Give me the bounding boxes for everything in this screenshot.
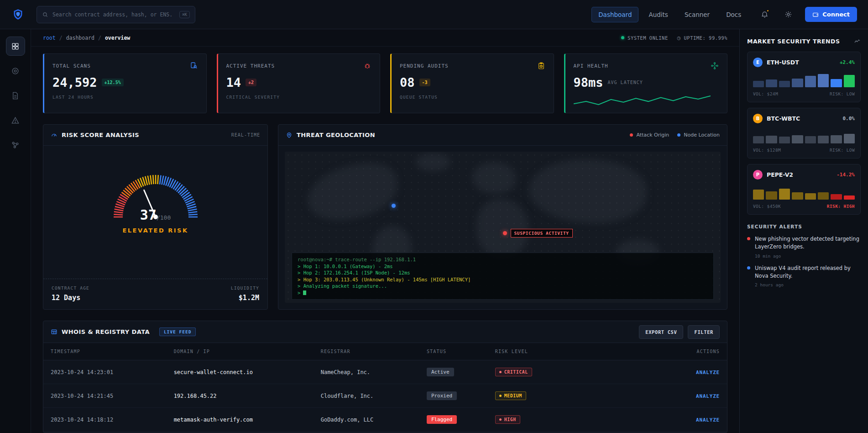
- market-trends-sidebar: MARKET SECURITY TRENDS E ETH-USDT +2.4% …: [739, 29, 868, 433]
- connect-button[interactable]: Connect: [805, 7, 857, 22]
- pair-volume: VOL: $24M: [753, 91, 778, 96]
- analyze-link[interactable]: ANALYZE: [696, 370, 720, 375]
- node-marker-dot: [392, 204, 396, 208]
- scan-document-icon: [190, 62, 198, 70]
- node-location-marker[interactable]: [392, 204, 396, 208]
- gauge-icon: [51, 132, 58, 138]
- pair-change: +2.4%: [840, 59, 855, 65]
- terminal-line: > Hop 2: 172.16.254.1 (ISP Node) - 12ms: [298, 269, 708, 276]
- nav-tab-scanner[interactable]: Scanner: [678, 7, 716, 22]
- stat-card-active-threats: ACTIVE THREATS 14 +2 CRITICAL SEVERITY: [217, 53, 381, 113]
- stat-value: 14: [226, 75, 241, 90]
- map-legend: Attack Origin Node Location: [630, 132, 720, 138]
- attack-origin-marker[interactable]: SUSPICIOUS ACTIVITY: [503, 229, 573, 238]
- eth-coin-icon: E: [753, 58, 763, 67]
- alert-text: Uniswap V4 audit report released by Nova…: [755, 264, 861, 280]
- risk-dot: [499, 418, 502, 421]
- analyze-link[interactable]: ANALYZE: [696, 393, 720, 399]
- rail-dashboard-button[interactable]: [6, 37, 25, 56]
- risk-dot: [499, 395, 502, 397]
- top-navbar: ⌘K Dashboard Audits Scanner Docs Connect: [0, 0, 868, 29]
- attack-marker-dot: [503, 231, 507, 235]
- pair-bar-chart: [753, 73, 855, 87]
- rail-integrations-button[interactable]: [6, 135, 25, 154]
- timestamp-cell: 2023-10-24 14:18:12: [43, 408, 167, 432]
- alert-severity-dot: [747, 237, 750, 240]
- whois-registry-panel: WHOIS & REGISTRY DATA LIVE FEED EXPORT C…: [43, 321, 727, 433]
- nodes-icon: [11, 141, 20, 149]
- gauge-readout: 37/100: [140, 207, 171, 223]
- bug-icon: [363, 62, 371, 70]
- sidebar-title: MARKET SECURITY TRENDS: [747, 38, 840, 45]
- panel-title: WHOIS & REGISTRY DATA: [62, 328, 150, 335]
- trend-chart-icon: [854, 38, 861, 45]
- stat-unit-label: AVG LATENCY: [608, 80, 643, 85]
- market-pair-card-eth-usdt[interactable]: E ETH-USDT +2.4% VOL: $24M RISK: LOW: [747, 52, 861, 102]
- pair-change: 0.0%: [843, 116, 855, 121]
- nav-tab-dashboard[interactable]: Dashboard: [591, 7, 638, 22]
- pair-name: PEPE-V2: [767, 171, 832, 178]
- system-status: SYSTEM ONLINE: [621, 35, 668, 41]
- risk-score-panel: RISK SCORE ANALYSIS REAL-TIME 37/100 ELE…: [43, 124, 268, 310]
- rail-alerts-button[interactable]: [6, 111, 25, 130]
- live-feed-badge: LIVE FEED: [159, 327, 196, 336]
- panel-title: THREAT GEOLOCATION: [297, 132, 375, 138]
- breadcrumb-root[interactable]: root: [43, 35, 56, 41]
- breadcrumb-bar: root / dashboard / overview SYSTEM ONLIN…: [31, 29, 739, 47]
- pepe-coin-icon: P: [753, 170, 763, 180]
- search-icon: [42, 11, 48, 18]
- market-pair-card-btc-wbtc[interactable]: B BTC-WBTC 0.0% VOL: $128M RISK: LOW: [747, 108, 861, 158]
- stat-label: API HEALTH: [574, 63, 608, 69]
- pair-risk: RISK: LOW: [830, 91, 855, 96]
- stat-card-total-scans: TOTAL SCANS 24,592 +12.5% LAST 24 HOURS: [43, 53, 207, 113]
- stat-subtext: LAST 24 HOURS: [52, 95, 198, 100]
- market-pair-card-pepe-v2[interactable]: P PEPE-V2 -14.2% VOL: $450K RISK: HIGH: [747, 164, 861, 215]
- status-badge: Proxied: [427, 391, 457, 400]
- registrar-cell: NameCheap, Inc.: [314, 360, 419, 384]
- timestamp-cell: 2023-10-24 14:23:01: [43, 360, 167, 384]
- export-csv-button[interactable]: EXPORT CSV: [639, 325, 683, 339]
- analyze-link[interactable]: ANALYZE: [696, 417, 720, 423]
- primary-nav: Dashboard Audits Scanner Docs: [591, 7, 748, 22]
- suspicious-activity-label: SUSPICIOUS ACTIVITY: [511, 229, 573, 238]
- terminal-line: > Analyzing packet signature...: [298, 283, 708, 289]
- registrar-cell: Cloudflare, Inc.: [314, 384, 419, 408]
- table-icon: [51, 328, 58, 335]
- terminal-line: root@nova:~# trace-route --ip 192.168.1.…: [298, 256, 708, 263]
- continent-shape: [303, 158, 402, 226]
- table-row: 2023-10-24 14:23:01 secure-wallet-connec…: [43, 360, 727, 384]
- node-location-dot: [677, 133, 680, 137]
- map-pin-icon: [286, 132, 293, 138]
- domain-cell: 192.168.45.22: [167, 384, 314, 408]
- nav-tab-audits[interactable]: Audits: [642, 7, 674, 22]
- stat-label: TOTAL SCANS: [52, 63, 91, 69]
- nav-tab-docs[interactable]: Docs: [720, 7, 748, 22]
- rail-reports-button[interactable]: [6, 86, 25, 105]
- stat-cards-row: TOTAL SCANS 24,592 +12.5% LAST 24 HOURS …: [43, 53, 727, 113]
- rail-radar-button[interactable]: [6, 61, 25, 80]
- app-logo-shield-icon: [11, 8, 25, 21]
- document-icon: [11, 91, 20, 100]
- stat-delta-badge: +2: [246, 79, 256, 86]
- pair-bar-chart: [753, 129, 855, 143]
- keyboard-shortcut-icon: ⌘K: [179, 11, 190, 18]
- terminal-line: > Hop 1: 10.0.0.1 (Gateway) - 2ms: [298, 263, 708, 269]
- settings-button[interactable]: [781, 8, 795, 21]
- alert-severity-dot: [747, 266, 750, 269]
- risk-metrics: CONTRACT AGE 12 Days LIQUIDITY $1.2M: [43, 279, 267, 309]
- warning-triangle-icon: [11, 116, 20, 125]
- search-input[interactable]: [52, 11, 175, 18]
- registrar-cell: GoDaddy.com, LLC: [314, 408, 419, 432]
- grid-icon: [11, 42, 20, 51]
- notifications-button[interactable]: [758, 8, 771, 21]
- domain-cell: metamask-auth-verify.com: [167, 408, 314, 432]
- alert-time: 2 hours ago: [755, 282, 861, 287]
- breadcrumb-dashboard[interactable]: dashboard: [66, 35, 94, 41]
- risk-dot: [499, 371, 502, 373]
- clock-icon: ◷: [677, 35, 681, 41]
- status-badge: Flagged: [427, 415, 457, 424]
- pair-risk: RISK: HIGH: [827, 204, 855, 209]
- latency-sparkline: [574, 94, 711, 106]
- breadcrumb: root / dashboard / overview: [43, 35, 130, 41]
- filter-button[interactable]: FILTER: [688, 325, 720, 339]
